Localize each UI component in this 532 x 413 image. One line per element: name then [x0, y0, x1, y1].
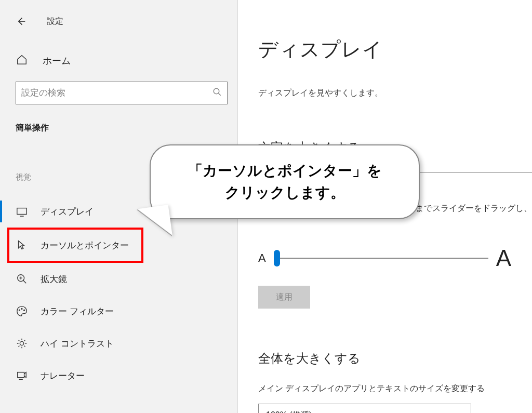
slider-max-label: A	[496, 245, 511, 271]
sidebar-item-label: ナレーター	[41, 370, 85, 382]
sidebar-item-cursor-pointer[interactable]: カーソルとポインター	[7, 228, 143, 263]
text-size-slider[interactable]	[274, 258, 488, 259]
category-header: 簡単操作	[16, 123, 237, 134]
sidebar-item-label: ハイ コントラスト	[41, 338, 114, 350]
svg-point-3	[19, 310, 20, 311]
svg-point-5	[24, 310, 25, 311]
cursor-icon	[16, 239, 28, 251]
sidebar-item-label: カーソルとポインター	[41, 239, 129, 251]
svg-point-4	[21, 309, 22, 310]
slider-min-label: A	[258, 251, 266, 265]
page-description: ディスプレイを見やすくします。	[258, 88, 532, 99]
display-icon	[16, 206, 28, 217]
contrast-icon	[16, 338, 28, 349]
slider-handle[interactable]	[274, 250, 280, 267]
palette-icon	[16, 305, 28, 317]
narrator-icon	[16, 370, 28, 381]
header-row: 設定	[0, 5, 237, 37]
callout-text: 「カーソルとポインター」を クリックします。	[188, 160, 382, 204]
apply-button[interactable]: 適用	[258, 286, 310, 309]
chevron-down-icon	[456, 410, 463, 413]
text-size-slider-row: A A	[258, 245, 532, 271]
svg-rect-1	[17, 208, 26, 215]
svg-rect-7	[18, 372, 24, 378]
svg-point-0	[214, 88, 219, 94]
instruction-callout: 「カーソルとポインター」を クリックします。	[150, 144, 420, 219]
section-scale-title: 全体を大きくする	[258, 350, 532, 367]
page-title: ディスプレイ	[258, 36, 532, 63]
callout-tail	[137, 205, 172, 240]
nav-home[interactable]: ホーム	[0, 48, 237, 74]
sidebar-item-label: ディスプレイ	[41, 206, 94, 218]
section-scale-desc: メイン ディスプレイのアプリとテキストのサイズを変更する	[258, 383, 532, 394]
sidebar-item-label: カラー フィルター	[41, 305, 114, 317]
sidebar-item-high-contrast[interactable]: ハイ コントラスト	[0, 327, 237, 359]
sidebar-item-narrator[interactable]: ナレーター	[0, 359, 237, 392]
back-arrow-icon[interactable]	[16, 16, 26, 26]
nav-home-label: ホーム	[43, 55, 71, 67]
sidebar-item-label: 拡大鏡	[41, 273, 67, 285]
search-icon	[212, 87, 222, 99]
nav-list: ディスプレイ カーソルとポインター 拡大鏡	[0, 195, 237, 392]
sidebar-item-magnifier[interactable]: 拡大鏡	[0, 263, 237, 295]
svg-point-6	[20, 341, 23, 345]
magnifier-icon	[16, 273, 28, 285]
home-icon	[16, 54, 28, 68]
window-title: 設定	[47, 16, 63, 27]
search-input[interactable]	[21, 88, 212, 98]
dropdown-value: 100% (推奨)	[266, 410, 312, 414]
scale-dropdown[interactable]: 100% (推奨)	[258, 404, 471, 413]
sidebar-item-color-filter[interactable]: カラー フィルター	[0, 295, 237, 327]
search-box[interactable]	[16, 82, 228, 104]
